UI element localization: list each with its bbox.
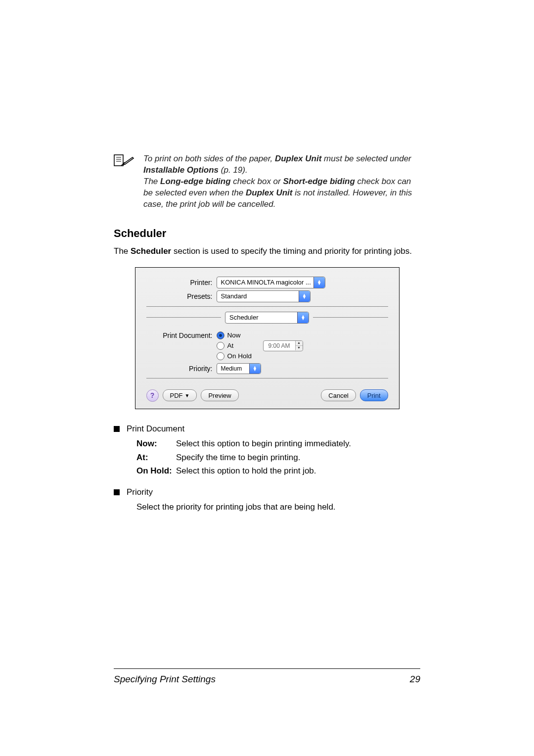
description-list: Print Document Now Select this option to… (114, 423, 420, 513)
note-text: To print on both sides of the paper, Dup… (143, 153, 420, 210)
radio-now-label: Now (227, 331, 241, 339)
svg-rect-0 (114, 155, 123, 166)
dropdown-arrows-icon: ▲▼ (249, 364, 261, 374)
key-at: At (136, 451, 176, 464)
dropdown-arrows-icon: ▲▼ (299, 291, 310, 302)
radio-on-hold[interactable] (217, 352, 224, 360)
stepper-arrows-icon[interactable]: ▲▼ (295, 341, 303, 350)
key-on-hold: On Hold (136, 465, 176, 477)
radio-at-label: At (227, 342, 242, 349)
help-button[interactable]: ? (146, 389, 159, 402)
priority-select[interactable]: Medium ▲▼ (217, 363, 261, 374)
val-now: Select this option to begin printing imm… (176, 437, 420, 450)
print-button[interactable]: Print (360, 389, 388, 401)
printer-label: Printer: (146, 279, 217, 286)
printer-select[interactable]: KONICA MINOLTA magicolor ... ▲▼ (217, 277, 325, 288)
val-at: Specify the time to begin printing. (176, 451, 420, 464)
page-footer: Specifying Print Settings 29 (114, 668, 420, 685)
radio-at[interactable] (217, 342, 224, 350)
print-document-label: Print Document: (146, 331, 217, 339)
bullet-icon (114, 489, 120, 495)
intro-paragraph: The Scheduler section is used to specify… (114, 246, 420, 257)
presets-select[interactable]: Standard ▲▼ (217, 290, 311, 302)
priority-description: Select the priority for printing jobs th… (136, 501, 420, 513)
section-select[interactable]: Scheduler ▲▼ (225, 312, 309, 324)
radio-now[interactable] (217, 331, 224, 339)
footer-title: Specifying Print Settings (114, 674, 216, 685)
print-dialog-screenshot: Printer: KONICA MINOLTA magicolor ... ▲▼… (135, 267, 400, 409)
section-heading: Scheduler (114, 227, 420, 240)
time-stepper[interactable]: 9:00 AM ▲▼ (263, 340, 303, 351)
chevron-down-icon: ▼ (185, 393, 190, 398)
bullet-priority: Priority (127, 486, 153, 498)
presets-label: Presets: (146, 292, 217, 300)
pdf-button[interactable]: PDF▼ (163, 389, 197, 401)
preview-button[interactable]: Preview (201, 389, 238, 401)
dropdown-arrows-icon: ▲▼ (313, 277, 325, 288)
page-number: 29 (410, 674, 420, 685)
key-now: Now (136, 437, 176, 450)
cancel-button[interactable]: Cancel (321, 389, 356, 401)
bullet-icon (114, 426, 120, 432)
radio-on-hold-label: On Hold (227, 352, 252, 360)
val-on-hold: Select this option to hold the print job… (176, 465, 420, 477)
priority-label: Priority: (146, 365, 217, 373)
dropdown-arrows-icon: ▲▼ (297, 312, 309, 323)
bullet-print-document: Print Document (127, 423, 184, 435)
note-icon (114, 153, 138, 169)
